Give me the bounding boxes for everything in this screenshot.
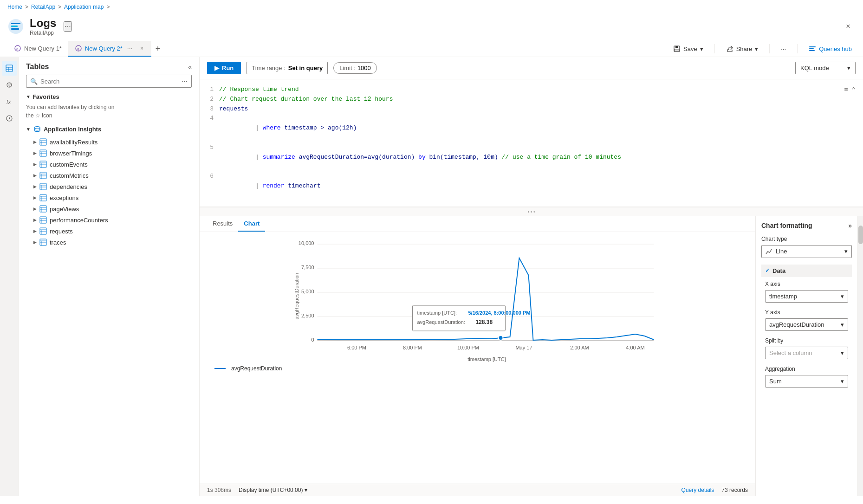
nav-tables-item[interactable]: [2, 61, 17, 76]
svg-rect-9: [675, 46, 678, 48]
table-arrow-icon: ▶: [33, 184, 37, 189]
app-title-group: Logs RetailApp: [30, 17, 56, 36]
results-tab-results[interactable]: Results: [207, 216, 238, 232]
status-bar: 1s 308ms Display time (UTC+00:00) ▾ Quer…: [200, 484, 755, 496]
favorites-text: You can add favorites by clicking on the…: [26, 103, 192, 120]
db-title[interactable]: ▼ Application Insights: [26, 125, 192, 133]
search-input[interactable]: [40, 78, 179, 85]
kql-chevron-icon: ▾: [847, 65, 850, 71]
search-icon: 🔍: [30, 78, 38, 85]
x-axis-select[interactable]: timestamp ▾: [765, 290, 848, 303]
kql-mode-select[interactable]: KQL mode ▾: [795, 62, 856, 74]
svg-text:timestamp [UTC]:: timestamp [UTC]:: [417, 310, 457, 316]
svg-text:6:00 PM: 6:00 PM: [347, 345, 366, 350]
tab-new-query-2[interactable]: q New Query 2* ··· ×: [68, 41, 151, 57]
add-tab-button[interactable]: +: [151, 42, 164, 55]
svg-rect-33: [40, 161, 46, 168]
close-window-button[interactable]: ×: [841, 19, 856, 34]
breadcrumb-retailapp[interactable]: RetailApp: [31, 4, 55, 10]
tab-ellipsis-2[interactable]: ···: [127, 45, 133, 52]
table-item-pageviews[interactable]: ▶ pageViews: [26, 203, 192, 214]
table-item-browsertimings[interactable]: ▶ browserTimings: [26, 148, 192, 159]
chart-type-label: Chart type: [761, 236, 852, 242]
table-item-dependencies[interactable]: ▶ dependencies: [26, 181, 192, 192]
aggregation-value: Sum: [769, 378, 782, 385]
code-line-2: 2 // Chart request duration over the las…: [207, 95, 856, 104]
data-check-icon: ✓: [765, 267, 770, 274]
table-item-exceptions[interactable]: ▶ exceptions: [26, 192, 192, 203]
code-line-1: 1 // Response time trend: [207, 85, 856, 95]
y-axis-select[interactable]: avgRequestDuration ▾: [765, 318, 848, 331]
format-icon[interactable]: ≡: [844, 85, 848, 95]
time-range-button[interactable]: Time range : Set in query: [247, 62, 328, 74]
table-arrow-icon: ▶: [33, 151, 37, 155]
data-section-header[interactable]: ✓ Data: [761, 265, 852, 277]
db-title-label: Application Insights: [44, 126, 101, 133]
time-range-label: Time range :: [252, 65, 286, 71]
query-details-link[interactable]: Query details: [681, 487, 714, 493]
share-button[interactable]: Share ▾: [722, 43, 762, 54]
tab-new-query-1[interactable]: q New Query 1*: [7, 41, 68, 57]
favorites-label: Favorites: [32, 93, 59, 100]
breadcrumb-home[interactable]: Home: [7, 4, 22, 10]
header-ellipsis-button[interactable]: ···: [64, 21, 71, 32]
nav-filter-item[interactable]: [2, 78, 17, 92]
table-item-traces[interactable]: ▶ traces: [26, 237, 192, 248]
table-item-performancecounters[interactable]: ▶ performanceCounters: [26, 214, 192, 226]
table-name: performanceCounters: [50, 217, 108, 224]
svg-text:2,500: 2,500: [301, 313, 314, 318]
toolbar-ellipsis-button[interactable]: ···: [777, 44, 790, 54]
table-item-availabilityresults[interactable]: ▶ availabilityResults: [26, 136, 192, 148]
toolbar-divider-1: [714, 44, 715, 53]
svg-rect-14: [6, 65, 13, 71]
save-button[interactable]: Save ▾: [669, 43, 707, 54]
collapse-editor-icon[interactable]: ⌃: [852, 85, 856, 95]
line-num-5: 5: [207, 143, 214, 172]
tab-query-icon-2: q: [75, 45, 82, 52]
code-content-5: | summarize avgRequestDuration=avg(durat…: [219, 143, 856, 172]
display-time-section[interactable]: Display time (UTC+00:00) ▾: [239, 487, 307, 493]
filter-icon: [6, 81, 13, 89]
table-arrow-icon: ▶: [33, 218, 37, 222]
vertical-scrollbar[interactable]: [857, 216, 863, 496]
chart-type-select[interactable]: Line ▾: [761, 245, 852, 258]
y-axis-chevron-icon: ▾: [841, 321, 844, 328]
table-item-customevents[interactable]: ▶ customEvents: [26, 159, 192, 170]
table-item-custommetrics[interactable]: ▶ customMetrics: [26, 170, 192, 181]
sidebar-title: Tables: [26, 63, 49, 71]
save-label: Save: [683, 45, 697, 52]
table-item-requests[interactable]: ▶ requests: [26, 226, 192, 237]
panel-header: Chart formatting »: [761, 222, 852, 229]
chart-type-select-value: Line: [766, 248, 787, 255]
split-by-select[interactable]: Select a column ▾: [765, 347, 848, 359]
time-range-value: Set in query: [288, 65, 323, 71]
app-header: Logs RetailApp ··· ×: [0, 14, 863, 41]
editor-resize-handle[interactable]: • • •: [200, 207, 863, 216]
nav-history-item[interactable]: [2, 111, 17, 126]
sidebar-collapse-icon[interactable]: «: [188, 63, 192, 71]
queries-hub-icon: [809, 45, 816, 52]
left-nav: fx: [0, 57, 19, 496]
sidebar: Tables « 🔍 ··· ▼ Favorites You can add f…: [19, 57, 200, 496]
code-line-5: 5 | summarize avgRequestDuration=avg(dur…: [207, 143, 856, 172]
y-axis-label: Y axis: [765, 309, 848, 316]
scrollbar-thumb[interactable]: [858, 226, 863, 244]
nav-function-item[interactable]: fx: [2, 94, 17, 109]
results-tab-chart[interactable]: Chart: [238, 216, 265, 232]
svg-rect-41: [40, 183, 46, 190]
search-ellipsis-icon[interactable]: ···: [182, 77, 188, 85]
tab-close-2[interactable]: ×: [139, 45, 145, 52]
share-icon: [726, 45, 733, 52]
queries-hub-button[interactable]: Queries hub: [805, 43, 856, 54]
panel-expand-icon[interactable]: »: [848, 222, 852, 229]
svg-text:timestamp [UTC]: timestamp [UTC]: [467, 356, 506, 362]
run-button[interactable]: ▶ Run: [207, 62, 241, 74]
breadcrumb-appmap[interactable]: Application map: [64, 4, 104, 10]
aggregation-select[interactable]: Sum ▾: [765, 375, 848, 388]
chart-container: 10,000 7,500 5,000 2,500 0 avgRequestDur…: [200, 232, 755, 484]
table-arrow-icon: ▶: [33, 173, 37, 178]
table-arrow-icon: ▶: [33, 195, 37, 200]
tab-toolbar-right: Save ▾ Share ▾ ··· Queries hub: [669, 43, 856, 54]
line-num-4: 4: [207, 114, 214, 142]
limit-button[interactable]: Limit : 1000: [333, 62, 377, 74]
